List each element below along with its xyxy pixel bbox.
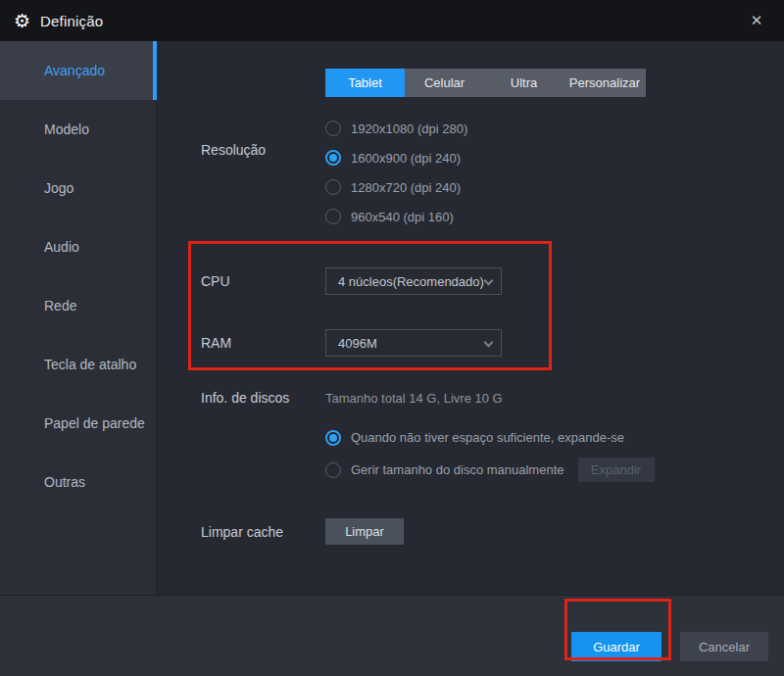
radio-unselected-icon bbox=[325, 179, 341, 195]
radio-selected-icon bbox=[325, 150, 341, 166]
resolution-tabs: Tablet Celular Ultra Personalizar bbox=[325, 69, 646, 97]
cpu-label: CPU bbox=[157, 267, 325, 295]
sidebar-item-modelo[interactable]: Modelo bbox=[0, 100, 156, 159]
resolution-option-label: 1280x720 (dpi 240) bbox=[351, 180, 461, 195]
disk-option-manual[interactable]: Gerir tamanho do disco manualmente Expan… bbox=[325, 454, 655, 486]
resolution-option-1600x900[interactable]: 1600x900 (dpi 240) bbox=[325, 143, 646, 172]
cpu-dropdown[interactable]: 4 núcleos(Recomendado) bbox=[325, 267, 502, 295]
chevron-down-icon bbox=[484, 338, 494, 348]
tab-personalizar[interactable]: Personalizar bbox=[564, 69, 646, 97]
title-bar: ⚙ Definição ✕ bbox=[0, 0, 784, 41]
disk-options: Quando não tiver espaço suficiente, expa… bbox=[325, 421, 655, 486]
disk-section: Info. de discos Tamanho total 14 G, Livr… bbox=[157, 389, 784, 486]
dialog-body: Avançado Modelo Jogo Audio Rede Tecla de… bbox=[0, 41, 784, 595]
cpu-dropdown-value: 4 núcleos(Recomendado) bbox=[338, 274, 484, 289]
cpu-section: CPU 4 núcleos(Recomendado) bbox=[157, 267, 784, 295]
disk-summary: Tamanho total 14 G, Livre 10 G bbox=[325, 389, 655, 409]
radio-unselected-icon bbox=[325, 209, 341, 224]
resolution-option-1280x720[interactable]: 1280x720 (dpi 240) bbox=[325, 172, 646, 202]
tab-ultra[interactable]: Ultra bbox=[484, 69, 564, 97]
ram-dropdown[interactable]: 4096M bbox=[325, 329, 502, 357]
disk-option-label: Gerir tamanho do disco manualmente bbox=[351, 462, 564, 477]
ram-section: RAM 4096M bbox=[157, 329, 784, 357]
sidebar-item-audio[interactable]: Audio bbox=[0, 217, 156, 276]
resolution-option-label: 1920x1080 (dpi 280) bbox=[351, 121, 467, 136]
ram-dropdown-value: 4096M bbox=[338, 336, 377, 351]
radio-unselected-icon bbox=[325, 462, 341, 478]
sidebar-item-jogo[interactable]: Jogo bbox=[0, 159, 156, 217]
ram-label: RAM bbox=[157, 329, 325, 357]
disk-option-label: Quando não tiver espaço suficiente, expa… bbox=[351, 430, 624, 445]
footer-bar: Guardar Cancelar bbox=[0, 595, 784, 676]
resolution-option-label: 1600x900 (dpi 240) bbox=[351, 151, 461, 166]
disk-label: Info. de discos bbox=[157, 389, 325, 486]
sidebar-item-tecla-de-atalho[interactable]: Tecla de atalho bbox=[0, 335, 156, 394]
sidebar: Avançado Modelo Jogo Audio Rede Tecla de… bbox=[0, 41, 157, 595]
sidebar-item-rede[interactable]: Rede bbox=[0, 276, 156, 335]
settings-content: Resolução Tablet Celular Ultra Personali… bbox=[157, 41, 784, 595]
resolution-section: Resolução Tablet Celular Ultra Personali… bbox=[157, 69, 784, 231]
tab-tablet[interactable]: Tablet bbox=[325, 69, 405, 97]
resolution-option-1920x1080[interactable]: 1920x1080 (dpi 280) bbox=[325, 114, 646, 143]
save-button[interactable]: Guardar bbox=[571, 632, 662, 661]
cache-label: Limpar cache bbox=[157, 518, 325, 545]
sidebar-item-avancado[interactable]: Avançado bbox=[0, 41, 156, 100]
disk-option-auto-expand[interactable]: Quando não tiver espaço suficiente, expa… bbox=[325, 421, 655, 454]
close-icon[interactable]: ✕ bbox=[743, 7, 770, 34]
resolution-label: Resolução bbox=[157, 69, 325, 231]
chevron-down-icon bbox=[484, 276, 494, 286]
cache-section: Limpar cache Limpar bbox=[157, 518, 784, 545]
sidebar-item-papel-de-parede[interactable]: Papel de parede bbox=[0, 394, 156, 453]
radio-selected-icon bbox=[325, 430, 341, 446]
clear-cache-button[interactable]: Limpar bbox=[325, 518, 404, 545]
cancel-button[interactable]: Cancelar bbox=[680, 632, 768, 661]
radio-unselected-icon bbox=[325, 121, 341, 136]
resolution-option-960x540[interactable]: 960x540 (dpi 160) bbox=[325, 202, 646, 231]
gear-icon: ⚙ bbox=[14, 12, 30, 30]
resolution-options: 1920x1080 (dpi 280) 1600x900 (dpi 240) 1… bbox=[325, 114, 646, 231]
settings-dialog: ⚙ Definição ✕ Avançado Modelo Jogo Audio… bbox=[0, 0, 784, 676]
tab-celular[interactable]: Celular bbox=[405, 69, 484, 97]
dialog-title: Definição bbox=[40, 13, 103, 29]
expand-button[interactable]: Expandir bbox=[578, 458, 655, 482]
resolution-option-label: 960x540 (dpi 160) bbox=[351, 210, 454, 224]
sidebar-item-outras[interactable]: Outras bbox=[0, 453, 156, 511]
